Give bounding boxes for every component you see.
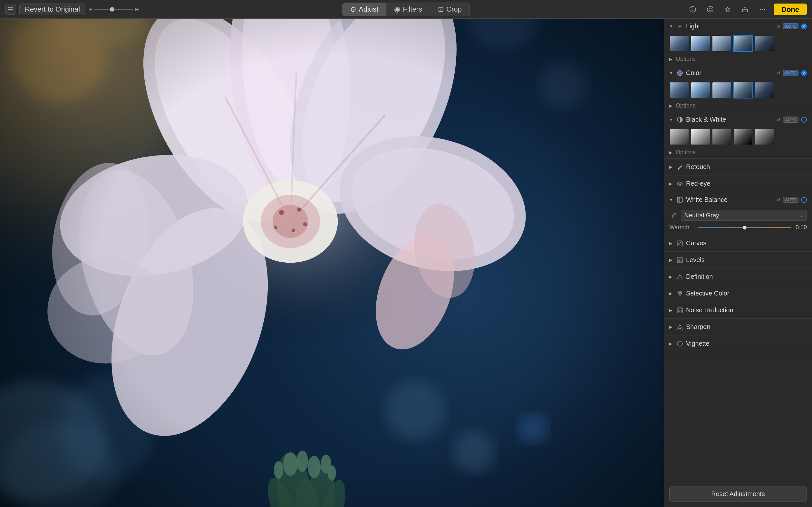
color-options-row[interactable]: ▶ Options	[664, 101, 812, 112]
bw-reset-icon[interactable]: ↺	[776, 117, 780, 122]
section-color-title: Color	[686, 69, 774, 76]
svg-point-10	[762, 9, 763, 10]
bw-thumb-2[interactable]	[691, 128, 711, 145]
color-thumb-1[interactable]	[669, 82, 689, 99]
color-check-circle[interactable]: ✓	[801, 70, 807, 76]
curves-icon	[676, 240, 683, 247]
section-vignette[interactable]: ▶ Vignette	[664, 335, 812, 352]
redeye-icon	[676, 180, 683, 187]
bw-auto-badge[interactable]: AUTO	[783, 117, 799, 123]
photo-container	[0, 19, 664, 507]
color-options-chevron: ▶	[669, 104, 674, 108]
section-definition-title: Definition	[686, 273, 807, 280]
favorites-button[interactable]	[721, 3, 734, 15]
light-check-circle[interactable]: ✓	[801, 23, 807, 29]
more-button[interactable]	[756, 3, 768, 15]
light-reset-icon[interactable]: ↺	[776, 24, 780, 29]
light-thumb-5[interactable]	[754, 35, 774, 52]
section-light-title: Light	[686, 22, 774, 30]
section-retouch[interactable]: ▶ Retouch	[664, 159, 812, 175]
bw-thumb-5[interactable]	[754, 128, 774, 145]
tab-crop-label: Crop	[446, 5, 462, 13]
svg-point-11	[764, 9, 765, 10]
light-thumb-2[interactable]	[691, 35, 711, 52]
wb-icon	[676, 196, 683, 204]
info-button[interactable]: i	[687, 3, 699, 15]
color-thumb-4[interactable]	[733, 82, 753, 99]
warmth-slider[interactable]	[698, 227, 792, 228]
revert-to-original-button[interactable]: Revert to Original	[19, 4, 85, 15]
section-bw: ▼ Black & White ↺ AUTO	[664, 112, 812, 159]
light-thumb-1[interactable]	[669, 35, 689, 52]
section-selective-color-title: Selective Color	[686, 290, 807, 297]
svg-rect-83	[678, 310, 679, 311]
tab-crop[interactable]: ⊡ Crop	[430, 3, 469, 16]
color-thumbnails	[664, 80, 812, 101]
section-curves[interactable]: ▶ Curves	[664, 235, 812, 252]
done-button[interactable]: Done	[774, 4, 807, 15]
zoom-slider[interactable]	[94, 9, 133, 10]
svg-rect-2	[8, 11, 13, 11]
svg-rect-80	[678, 308, 679, 309]
section-color-header[interactable]: ▼ Color ↺ AUTO ✓	[664, 65, 812, 80]
color-auto-badge[interactable]: AUTO	[783, 70, 799, 76]
sidebar-toggle-button[interactable]	[5, 4, 16, 15]
section-levels[interactable]: ▶ Levels	[664, 252, 812, 269]
warmth-slider-thumb[interactable]	[743, 226, 747, 229]
svg-point-67	[679, 183, 680, 184]
wb-eyedropper-button[interactable]	[669, 211, 678, 220]
zoom-slider-container: ⊟ ⊞	[89, 7, 139, 12]
light-thumb-4[interactable]	[733, 35, 753, 52]
tab-group: ⊙ Adjust ◉ Filters ⊡ Crop	[342, 3, 470, 16]
reset-adjustments-button[interactable]: Reset Adjustments	[669, 486, 807, 502]
light-auto-badge[interactable]: AUTO	[783, 23, 799, 29]
color-reset-icon[interactable]: ↺	[776, 70, 780, 76]
tab-adjust-label: Adjust	[359, 5, 378, 13]
section-vignette-title: Vignette	[686, 340, 807, 347]
filters-icon: ◉	[394, 5, 400, 13]
definition-icon	[676, 273, 683, 280]
warmth-value: 0.50	[794, 224, 807, 231]
section-wb-header[interactable]: ▼ White Balance ↺ AUTO	[664, 192, 812, 207]
svg-rect-73	[678, 261, 679, 262]
color-thumb-2[interactable]	[691, 82, 711, 99]
vignette-chevron: ▶	[669, 342, 674, 346]
light-options-row[interactable]: ▶ Options	[664, 54, 812, 65]
bw-thumb-3[interactable]	[712, 128, 732, 145]
section-definition[interactable]: ▶ Definition	[664, 269, 812, 285]
light-options-label: Options	[676, 56, 696, 62]
share-button[interactable]	[739, 3, 751, 15]
wb-preset-select[interactable]: Neutral Gray ⌄	[681, 210, 807, 221]
section-bw-header[interactable]: ▼ Black & White ↺ AUTO	[664, 112, 812, 127]
wb-preset-row: Neutral Gray ⌄	[669, 210, 807, 221]
light-thumb-3[interactable]	[712, 35, 732, 52]
bw-circle[interactable]	[801, 117, 807, 123]
svg-rect-69	[677, 197, 680, 203]
wb-reset-icon[interactable]: ↺	[776, 197, 780, 203]
color-thumb-3[interactable]	[712, 82, 732, 99]
section-light-header[interactable]: ▼ ☀ Light ↺ AUTO ✓	[664, 19, 812, 34]
section-noise-reduction[interactable]: ▶ Noise Reduction	[664, 302, 812, 319]
section-wb-chevron: ▼	[669, 198, 674, 202]
crop-icon: ⊡	[438, 5, 444, 13]
section-selective-color[interactable]: ▶ Selective Color	[664, 285, 812, 302]
image-area	[0, 19, 664, 507]
definition-chevron: ▶	[669, 275, 674, 279]
bw-thumb-1[interactable]	[669, 128, 689, 145]
section-sharpen[interactable]: ▶ Sharpen	[664, 319, 812, 335]
curves-chevron: ▶	[669, 241, 674, 245]
wb-auto-badge[interactable]: AUTO	[783, 197, 799, 203]
bw-thumb-4[interactable]	[733, 128, 753, 145]
faces-button[interactable]	[704, 3, 716, 15]
tab-adjust[interactable]: ⊙ Adjust	[343, 3, 386, 16]
wb-circle[interactable]	[801, 197, 807, 203]
bw-options-row[interactable]: ▶ Options	[664, 148, 812, 158]
wb-preset-value: Neutral Gray	[684, 212, 719, 219]
sharpen-chevron: ▶	[669, 325, 674, 329]
zoom-slider-thumb[interactable]	[110, 7, 114, 12]
svg-point-9	[760, 9, 761, 10]
section-redeye[interactable]: ▶ Red-eye	[664, 175, 812, 192]
tab-filters[interactable]: ◉ Filters	[386, 3, 430, 16]
color-thumb-5[interactable]	[754, 82, 774, 99]
svg-rect-86	[678, 311, 679, 312]
